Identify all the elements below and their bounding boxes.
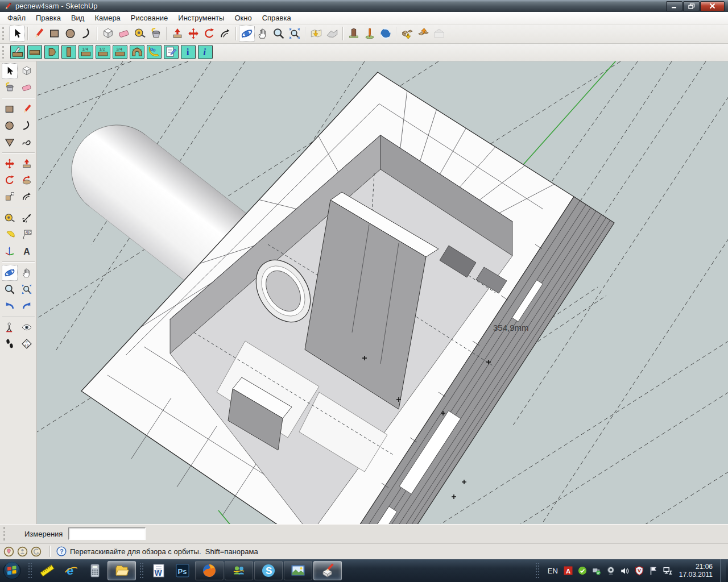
toolbar-grip[interactable] <box>2 27 7 40</box>
usb-device-icon[interactable] <box>592 566 602 576</box>
sign-in-badge-icon[interactable] <box>31 546 42 557</box>
make-component-button[interactable] <box>100 26 116 41</box>
minimize-button[interactable] <box>666 1 682 11</box>
show-desktop-button[interactable] <box>720 559 726 582</box>
brick-pencil-button[interactable] <box>10 45 25 59</box>
arc-tool-button[interactable] <box>78 26 94 41</box>
palette-freehand-button[interactable] <box>19 134 35 150</box>
menu-help[interactable]: Справка <box>257 13 296 23</box>
select-tool-button[interactable] <box>9 26 25 41</box>
move-tool-button[interactable] <box>185 26 201 41</box>
palette-circle-button[interactable] <box>2 118 18 134</box>
menu-camera[interactable]: Камера <box>89 13 125 23</box>
photo-textures-button[interactable] <box>362 26 378 41</box>
palette-rectangle-button[interactable] <box>2 101 18 117</box>
restore-button[interactable] <box>683 1 700 11</box>
palette-pan-button[interactable] <box>19 265 35 281</box>
palette-follow-me-button[interactable] <box>19 172 35 188</box>
palette-arc-button[interactable] <box>19 118 35 134</box>
brick-arch-button[interactable] <box>130 45 144 59</box>
palette-line-button[interactable] <box>19 101 35 117</box>
taskbar-live-messenger[interactable] <box>225 561 253 580</box>
palette-next-view-button[interactable] <box>19 298 35 314</box>
share-component-button[interactable] <box>431 26 447 41</box>
brick-upright-button[interactable] <box>61 45 76 59</box>
taskbar-sketchup[interactable] <box>313 561 342 580</box>
taskbar-photoshop[interactable]: Ps <box>171 561 194 580</box>
taskbar-word[interactable]: W <box>147 561 170 580</box>
paint-bucket-button[interactable] <box>148 26 164 41</box>
palette-section-plane-button[interactable]: C A-5 <box>19 336 35 352</box>
taskbar-skype[interactable]: S <box>254 561 283 580</box>
palette-rotate-button[interactable] <box>2 172 18 188</box>
adobe-updater-icon[interactable]: A <box>563 566 573 576</box>
volume-icon[interactable] <box>620 566 630 576</box>
palette-offset-button[interactable] <box>19 189 35 205</box>
brick-half-rounded-button[interactable] <box>44 45 59 59</box>
taskbar-clock[interactable]: 21:06 17.03.2011 <box>679 563 713 579</box>
palette-dimension-button[interactable] <box>19 210 35 226</box>
palette-position-camera-button[interactable] <box>2 319 18 335</box>
rotate-tool-button[interactable] <box>201 26 217 41</box>
palette-move-button[interactable] <box>2 156 18 172</box>
palette-push-pull-button[interactable] <box>19 156 35 172</box>
menu-tools[interactable]: Инструменты <box>173 13 229 23</box>
brick-half-button[interactable]: 1/2 <box>96 45 110 59</box>
palette-protractor-button[interactable] <box>2 227 18 243</box>
brick-full-button[interactable] <box>27 45 42 59</box>
palette-tape-measure-button[interactable] <box>2 210 18 226</box>
palette-zoom-extents-button[interactable] <box>19 281 35 297</box>
palette-walk-button[interactable] <box>2 336 18 352</box>
taskbar-grip[interactable] <box>28 563 32 578</box>
taskbar-calculator[interactable] <box>84 561 106 580</box>
palette-make-component-button[interactable] <box>19 63 35 79</box>
skype-status-icon[interactable] <box>577 566 588 576</box>
pan-tool-button[interactable] <box>255 26 271 41</box>
info-model-button[interactable]: i <box>198 45 213 59</box>
menu-edit[interactable]: Правка <box>31 13 66 23</box>
orbit-tool-button[interactable] <box>239 26 255 41</box>
geolocation-badge-icon[interactable] <box>3 546 14 557</box>
menu-file[interactable]: Файл <box>2 13 31 23</box>
palette-orbit-button[interactable] <box>2 265 18 281</box>
palette-previous-view-button[interactable] <box>2 298 18 314</box>
webcam-icon[interactable] <box>606 566 616 576</box>
toolbar-grip[interactable] <box>3 527 7 541</box>
zoom-extents-button[interactable] <box>287 26 303 41</box>
model-credit-badge-icon[interactable] <box>17 546 28 557</box>
close-button[interactable] <box>700 1 725 11</box>
push-pull-button[interactable] <box>169 26 185 41</box>
palette-3d-text-button[interactable]: A <box>19 243 35 259</box>
line-tool-button[interactable] <box>31 26 47 41</box>
action-center-flag-icon[interactable] <box>648 566 659 576</box>
viewport-canvas[interactable]: 354,9mm <box>37 61 728 524</box>
zoom-tool-button[interactable] <box>271 26 287 41</box>
banana-button[interactable] <box>147 45 162 59</box>
help-icon[interactable]: ? <box>56 546 67 556</box>
palette-scale-button[interactable] <box>2 189 18 205</box>
palette-select-button[interactable] <box>2 63 18 79</box>
palette-look-around-button[interactable] <box>19 319 35 335</box>
eraser-tool-button[interactable] <box>116 26 132 41</box>
toggle-terrain-button[interactable] <box>324 26 340 41</box>
brick-quarter-button[interactable]: 1/4 <box>78 45 93 59</box>
taskbar-windows-explorer[interactable] <box>107 561 136 580</box>
palette-paint-bucket-button[interactable] <box>2 80 18 95</box>
edit-notes-button[interactable] <box>164 45 179 59</box>
tape-measure-button[interactable] <box>132 26 148 41</box>
taskbar-photo-viewer[interactable] <box>284 561 312 580</box>
measurements-input[interactable] <box>68 527 146 540</box>
rectangle-tool-button[interactable] <box>47 26 63 41</box>
palette-polygon-button[interactable] <box>2 134 18 150</box>
viewport[interactable]: 354,9mm <box>37 61 728 524</box>
brick-three-quarter-button[interactable]: 3/4 <box>113 45 127 59</box>
info-component-button[interactable]: i <box>181 45 196 59</box>
menu-window[interactable]: Окно <box>229 13 257 23</box>
antivirus-shield-icon[interactable]: V <box>634 566 644 576</box>
language-indicator[interactable]: EN <box>548 567 558 575</box>
menu-draw[interactable]: Рисование <box>126 13 173 23</box>
get-models-button[interactable] <box>399 26 415 41</box>
menu-view[interactable]: Вид <box>66 13 90 23</box>
palette-text-button[interactable]: ABC <box>19 227 35 243</box>
taskbar-grip[interactable] <box>536 563 539 578</box>
